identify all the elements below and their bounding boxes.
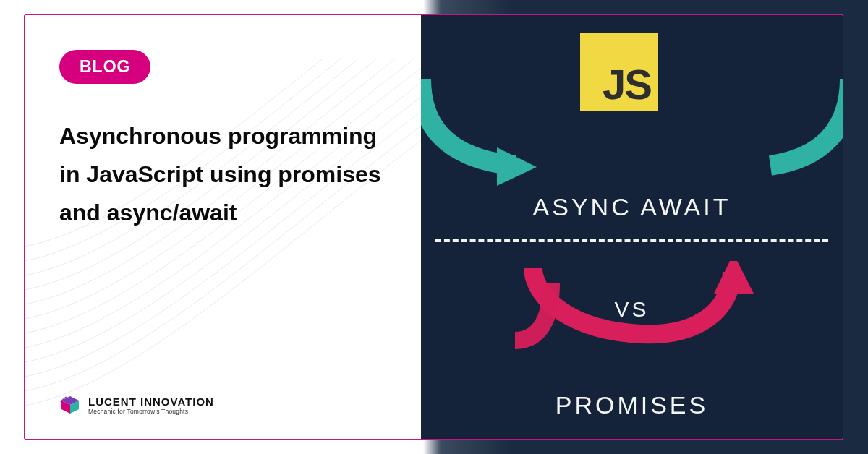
js-logo-badge: JS bbox=[580, 33, 658, 111]
js-logo-text: JS bbox=[603, 64, 651, 106]
arrow-down-right-icon bbox=[749, 79, 843, 187]
wave-decoration bbox=[24, 59, 473, 434]
vs-label: VS bbox=[421, 297, 843, 322]
divider-dashed bbox=[435, 239, 828, 242]
category-badge: BLOG bbox=[59, 50, 150, 84]
svg-marker-4 bbox=[714, 261, 754, 294]
brand-logo: LUCENT INNOVATION Mechanic for Tomorrow'… bbox=[59, 394, 214, 416]
category-badge-label: BLOG bbox=[80, 57, 130, 77]
brand-mark-icon bbox=[59, 394, 81, 416]
blog-hero-card: BLOG Asynchronous programming in JavaScr… bbox=[24, 14, 843, 440]
brand-tagline: Mechanic for Tomorrow's Thoughts bbox=[88, 408, 214, 415]
brand-name: LUCENT INNOVATION bbox=[88, 395, 214, 408]
article-title: Asynchronous programming in JavaScript u… bbox=[59, 117, 386, 231]
arrow-down-left-icon bbox=[421, 79, 566, 187]
async-await-label: ASYNC AWAIT bbox=[421, 193, 843, 221]
svg-marker-3 bbox=[497, 147, 537, 186]
left-panel: BLOG Asynchronous programming in JavaScr… bbox=[25, 15, 421, 439]
illustration-panel: JS ASYNC AWAIT VS PROMISES bbox=[421, 15, 843, 439]
brand-text: LUCENT INNOVATION Mechanic for Tomorrow'… bbox=[88, 395, 214, 415]
promises-label: PROMISES bbox=[421, 391, 843, 419]
